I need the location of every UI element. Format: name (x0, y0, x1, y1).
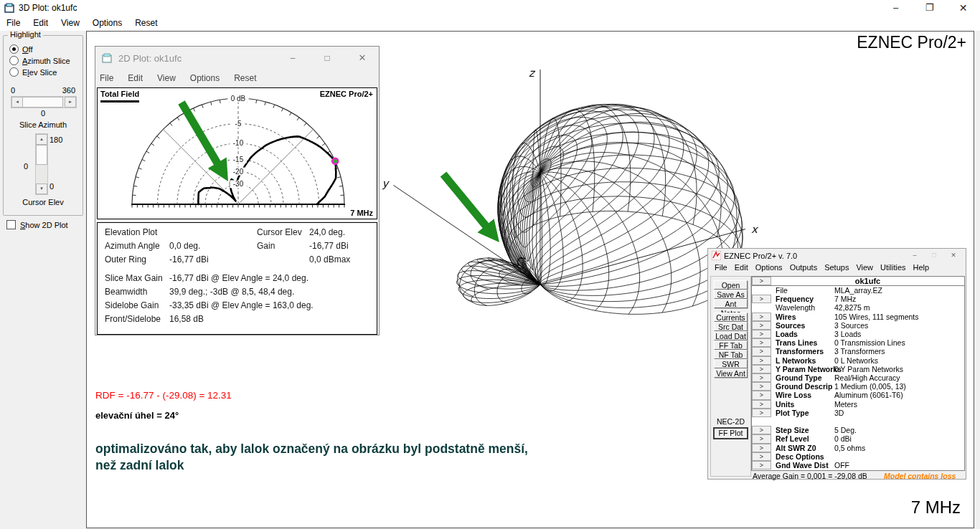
scroll-left-icon[interactable]: ◄ (11, 97, 23, 108)
row-expand-button[interactable]: > (752, 330, 771, 338)
eznec-model-table: > ok1ufc FileMLA_array.EZ>Frequency7 MHz… (751, 276, 965, 471)
row-value: OFF (834, 461, 849, 470)
optimization-line2: než zadní lalok (95, 457, 528, 474)
row-expand-button[interactable]: > (752, 391, 771, 399)
row-expand-button[interactable]: > (752, 373, 771, 382)
scroll-down-icon[interactable]: ▼ (36, 184, 47, 194)
menu-item-reset[interactable]: Reset (231, 70, 263, 83)
row-value: 105 Wires, 111 segments (834, 313, 919, 321)
row-expand-button[interactable]: > (752, 400, 771, 409)
row-expand-button[interactable]: > (752, 313, 771, 321)
radio-icon[interactable] (9, 56, 19, 65)
maximize-icon[interactable]: □ (925, 250, 943, 261)
scroll-right-icon[interactable]: ► (65, 97, 76, 108)
row-expand-button[interactable]: > (752, 444, 771, 452)
row-expand-button[interactable]: > (752, 356, 771, 365)
open-button[interactable]: Open (714, 280, 748, 290)
highlight-sidebar: Highlight OffAzimuth SliceElev Slice 0 3… (0, 31, 85, 529)
restore-icon[interactable]: ❐ (913, 0, 946, 16)
2d-title-bar[interactable]: 2D Plot: ok1ufc – □ ✕ (95, 47, 379, 70)
ant-notes-button[interactable]: Ant Notes (714, 299, 748, 308)
src-dat-button[interactable]: Src Dat (714, 322, 748, 331)
menu-item-view[interactable]: View (852, 262, 877, 272)
elev-scroll-thumb[interactable] (36, 145, 47, 165)
row-expand-button[interactable]: > (752, 452, 771, 461)
2d-window-title: 2D Plot: ok1ufc (118, 53, 182, 64)
menu-item-edit[interactable]: Edit (27, 16, 55, 28)
radio-azimuth-slice[interactable]: Azimuth Slice (9, 56, 70, 66)
close-icon[interactable]: ✕ (351, 49, 374, 67)
menu-item-utilities[interactable]: Utilities (877, 262, 909, 272)
row-label: Plot Type (776, 409, 809, 417)
table-row-ground-type: >Ground TypeReal/High Accuracy (752, 373, 964, 382)
ring-label: -30 (233, 180, 244, 188)
highlight-groupbox: Highlight OffAzimuth SliceElev Slice 0 3… (3, 35, 83, 216)
menu-item-file[interactable]: File (97, 70, 121, 83)
row-expand-button[interactable]: > (752, 338, 771, 347)
azimuth-scroll-thumb[interactable] (22, 97, 63, 108)
row-expand-button[interactable]: > (752, 321, 771, 330)
radio-elev-slice[interactable]: Elev Slice (9, 67, 57, 77)
menu-item-options[interactable]: Options (187, 70, 227, 83)
row-label: Transformers (776, 347, 824, 356)
menu-item-help[interactable]: Help (910, 262, 933, 272)
radio-off[interactable]: Off (9, 44, 32, 54)
row-label: Units (776, 400, 794, 409)
menu-item-setups[interactable]: Setups (821, 262, 852, 272)
2d-readout-panel: Elevation PlotAzimuth Angle0,0 deg.Outer… (97, 222, 377, 335)
menu-item-options[interactable]: Options (752, 262, 786, 272)
menu-item-view[interactable]: View (55, 16, 86, 28)
minimize-icon[interactable]: – (281, 49, 304, 67)
cursor-elev-scrollbar[interactable]: ▲ ▼ (35, 133, 48, 195)
row-label: Wire Loss (776, 391, 811, 399)
menu-item-edit[interactable]: Edit (125, 70, 150, 83)
table-row-wire-loss: >Wire LossAluminum (6061-T6) (752, 391, 964, 399)
currents-button[interactable]: Currents (714, 313, 748, 322)
minimize-icon[interactable]: – (880, 0, 912, 16)
menu-item-outputs[interactable]: Outputs (786, 262, 821, 272)
row-expand-button[interactable]: > (752, 382, 771, 391)
row-expand-button[interactable]: > (752, 461, 771, 470)
row-expand-button[interactable]: > (752, 365, 771, 373)
close-icon[interactable]: ✕ (947, 0, 979, 16)
close-icon[interactable]: ✕ (945, 250, 962, 261)
menu-item-view[interactable]: View (154, 70, 183, 83)
minimize-icon[interactable]: – (906, 250, 923, 261)
maximize-icon[interactable]: □ (316, 49, 339, 67)
plot-cursor-dot[interactable] (332, 158, 338, 164)
menu-item-edit[interactable]: Edit (731, 262, 752, 272)
row-expand-button[interactable]: > (752, 409, 771, 417)
2d-polar-plot-area: 0 dB-5-10-15-20-30 Total Field EZNEC Pro… (97, 87, 377, 219)
ff-tab-button[interactable]: FF Tab (714, 340, 748, 350)
row-expand-button[interactable]: > (752, 434, 771, 443)
elev-max-label: 180 (50, 135, 62, 144)
menu-item-file[interactable]: File (711, 262, 731, 272)
row-expand-button[interactable]: > (752, 426, 771, 434)
load-dat-button[interactable]: Load Dat (714, 331, 748, 340)
header-arrow-button[interactable]: > (752, 277, 771, 285)
readout-label: Front/Sidelobe (105, 314, 161, 324)
ff-plot-button[interactable]: FF Plot (713, 427, 748, 439)
slice-azimuth-scrollbar[interactable]: ◄ ► (11, 96, 77, 108)
radio-icon[interactable] (9, 44, 19, 54)
row-expand-button[interactable]: > (752, 295, 771, 303)
main-title-bar: 3D Plot: ok1ufc – ❐ ✕ (0, 0, 980, 16)
menu-item-reset[interactable]: Reset (128, 16, 164, 28)
row-label: Gnd Wave Dist (776, 461, 829, 470)
eznec-menu-bar: FileEditOptionsOutputsSetupsViewUtilitie… (711, 262, 933, 274)
menu-item-options[interactable]: Options (86, 16, 128, 28)
menu-item-file[interactable]: File (0, 16, 27, 28)
save-as-button[interactable]: Save As (714, 290, 748, 299)
readout-value: -16,77 dBi (309, 241, 349, 251)
view-ant-button[interactable]: View Ant (714, 368, 748, 378)
row-expand-button[interactable]: > (752, 347, 771, 356)
show-2d-plot-checkbox[interactable]: Show 2D Plot (6, 220, 68, 229)
row-label: Frequency (776, 295, 814, 303)
scroll-up-icon[interactable]: ▲ (36, 134, 47, 145)
row-value: Meters (834, 400, 857, 409)
nf-tab-button[interactable]: NF Tab (714, 350, 748, 359)
swr-button[interactable]: SWR (714, 359, 748, 368)
radio-icon[interactable] (9, 67, 19, 77)
table-row-step-size: >Step Size5 Deg. (752, 426, 964, 434)
checkbox-icon[interactable] (6, 220, 16, 229)
